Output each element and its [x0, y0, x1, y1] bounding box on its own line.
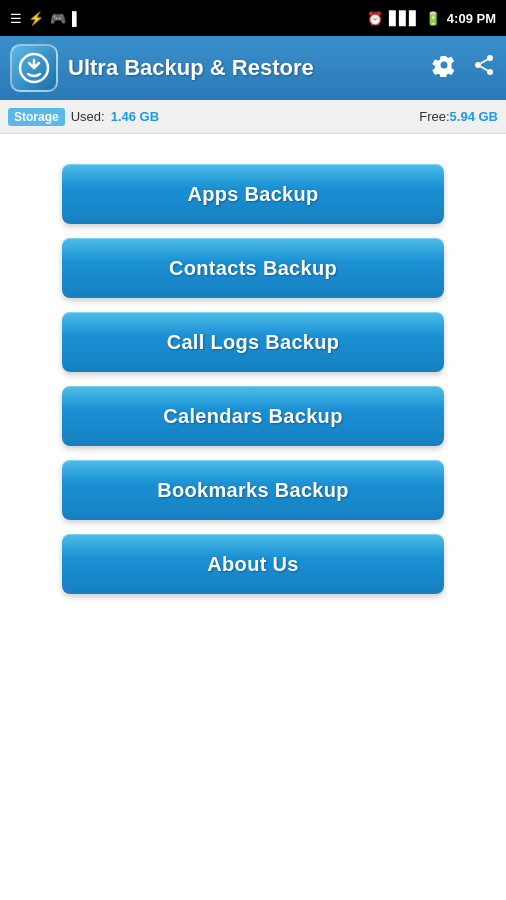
storage-bar: Storage Used: 1.46 GB Free:5.94 GB — [0, 100, 506, 134]
storage-label: Storage — [8, 108, 65, 126]
svg-point-2 — [475, 62, 481, 68]
contacts-backup-button[interactable]: Contacts Backup — [62, 238, 444, 298]
settings-icon[interactable] — [432, 53, 456, 83]
storage-used-value: 1.46 GB — [111, 109, 159, 124]
header-left: Ultra Backup & Restore — [10, 44, 314, 92]
storage-free-value: 5.94 GB — [450, 109, 498, 124]
status-bar: ☰ ⚡ 🎮 ▌ ⏰ ▋▋▋ 🔋 4:09 PM — [0, 0, 506, 36]
status-left-icons: ☰ ⚡ 🎮 ▌ — [10, 11, 81, 26]
main-content: Apps BackupContacts BackupCall Logs Back… — [0, 134, 506, 624]
header-right[interactable] — [432, 53, 496, 83]
signal-icon: ▌ — [72, 11, 81, 26]
gamepad-icon: 🎮 — [50, 11, 66, 26]
battery-icon: 🔋 — [425, 11, 441, 26]
svg-line-4 — [481, 67, 488, 71]
share-icon[interactable] — [472, 53, 496, 83]
call-logs-backup-button[interactable]: Call Logs Backup — [62, 312, 444, 372]
time-display: 4:09 PM — [447, 11, 496, 26]
storage-free: Free:5.94 GB — [419, 109, 498, 124]
storage-used-prefix: Used: — [71, 109, 105, 124]
hamburger-icon: ☰ — [10, 11, 22, 26]
apps-backup-button[interactable]: Apps Backup — [62, 164, 444, 224]
alarm-icon: ⏰ — [367, 11, 383, 26]
calendars-backup-button[interactable]: Calendars Backup — [62, 386, 444, 446]
svg-point-3 — [487, 69, 493, 75]
signal-bars-icon: ▋▋▋ — [389, 11, 419, 26]
app-header: Ultra Backup & Restore — [0, 36, 506, 100]
storage-free-prefix: Free: — [419, 109, 449, 124]
svg-line-5 — [481, 60, 488, 64]
status-right: ⏰ ▋▋▋ 🔋 4:09 PM — [367, 11, 496, 26]
about-us-button[interactable]: About Us — [62, 534, 444, 594]
app-icon — [10, 44, 58, 92]
usb-icon: ⚡ — [28, 11, 44, 26]
svg-point-1 — [487, 55, 493, 61]
app-title: Ultra Backup & Restore — [68, 55, 314, 81]
bookmarks-backup-button[interactable]: Bookmarks Backup — [62, 460, 444, 520]
